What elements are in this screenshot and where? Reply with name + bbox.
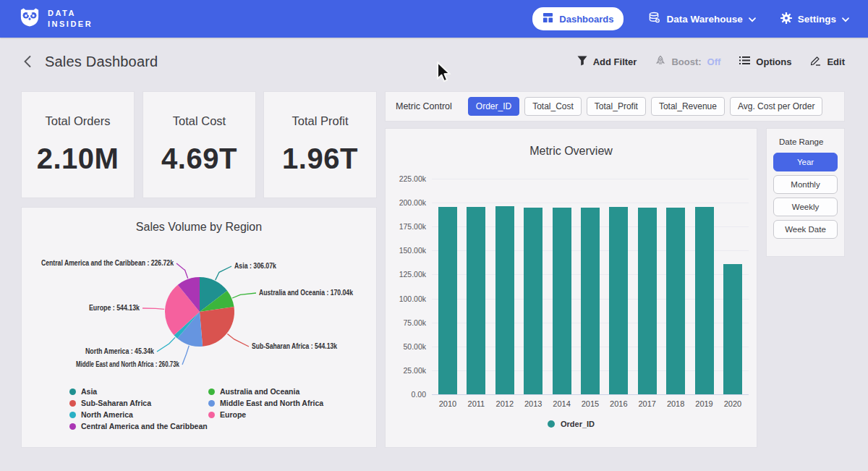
brand-logo[interactable]: DATA INSIDER bbox=[19, 7, 93, 30]
legend-label: North America bbox=[81, 410, 133, 419]
y-tick-label: 150.00k bbox=[388, 246, 426, 255]
bar[interactable] bbox=[553, 208, 571, 395]
nav-settings-label: Settings bbox=[798, 14, 836, 25]
pie-slice-label: Sub-Saharan Africa : 544.13k bbox=[252, 342, 337, 350]
legend-label: Order_ID bbox=[561, 420, 595, 428]
pie-chart-title: Sales Volume by Region bbox=[22, 208, 376, 234]
bar-chart-title: Metric Overview bbox=[386, 129, 757, 158]
date-range-monthly-button[interactable]: Monthly bbox=[773, 175, 838, 194]
bar-series bbox=[432, 179, 749, 394]
edit-pencil-icon bbox=[810, 55, 821, 68]
metric-chip-total-cost[interactable]: Total_Cost bbox=[524, 97, 582, 116]
date-range-week-date-button[interactable]: Week Date bbox=[773, 220, 838, 239]
legend-item[interactable]: Middle East and North Africa bbox=[208, 397, 323, 409]
pie-slice-label: Australia and Oceania : 170.04k bbox=[259, 289, 353, 297]
bar[interactable] bbox=[695, 207, 714, 394]
bar[interactable] bbox=[723, 264, 742, 394]
pie-slice-sub-saharan-africa[interactable] bbox=[200, 307, 234, 347]
data-warehouse-icon bbox=[648, 12, 660, 26]
legend-item[interactable]: Australia and Oceania bbox=[208, 386, 323, 397]
nav-data-warehouse[interactable]: Data Warehouse bbox=[648, 12, 755, 26]
kpi-total-profit: Total Profit 1.96T bbox=[264, 92, 376, 198]
legend-label: Middle East and North Africa bbox=[220, 399, 323, 407]
bar[interactable] bbox=[609, 207, 628, 395]
nav-dashboards-button[interactable]: Dashboards bbox=[532, 7, 624, 30]
top-navbar: DATA INSIDER Dashboards bbox=[0, 0, 868, 38]
boost-value: Off bbox=[707, 56, 721, 67]
pie-label-leader bbox=[216, 266, 231, 280]
bar[interactable] bbox=[524, 208, 542, 394]
date-range-year-button[interactable]: Year bbox=[773, 153, 838, 171]
kpi-total-cost: Total Cost 4.69T bbox=[143, 92, 255, 198]
legend-label: Sub-Saharan Africa bbox=[81, 399, 151, 407]
pie-slice-label: Asia : 306.07k bbox=[234, 262, 276, 270]
edit-button[interactable]: Edit bbox=[810, 55, 845, 68]
boost-label: Boost: bbox=[671, 56, 701, 67]
x-tick-label: 2020 bbox=[720, 399, 746, 408]
bar[interactable] bbox=[666, 208, 685, 394]
boost-toggle[interactable]: Boost: Off bbox=[655, 55, 720, 68]
legend-dot bbox=[69, 423, 76, 430]
x-tick-label: 2013 bbox=[520, 399, 546, 408]
y-tick-label: 200.00k bbox=[388, 198, 426, 207]
bar[interactable] bbox=[581, 208, 600, 394]
date-range-panel: Date Range Year Monthly Weekly Week Date bbox=[767, 129, 844, 256]
kpi-value: 4.69T bbox=[161, 143, 237, 175]
pie-label-leader bbox=[157, 337, 175, 352]
options-button[interactable]: Options bbox=[739, 56, 791, 67]
legend-item[interactable]: Asia bbox=[69, 386, 208, 397]
bar[interactable] bbox=[495, 206, 514, 394]
kpi-label: Total Profit bbox=[292, 114, 349, 128]
filter-icon bbox=[577, 56, 587, 68]
kpi-value: 2.10M bbox=[37, 143, 119, 175]
dashboard-toolbar: Sales Dashboard Add Filter Boost: Off bbox=[0, 38, 868, 85]
pie-chart-legend: Asia Sub-Saharan Africa North America Ce… bbox=[69, 386, 323, 432]
legend-label: Asia bbox=[81, 387, 97, 396]
add-filter-button[interactable]: Add Filter bbox=[577, 56, 637, 68]
x-tick-label: 2014 bbox=[549, 399, 575, 408]
date-range-label: Date Range bbox=[779, 137, 838, 146]
legend-item[interactable]: Europe bbox=[208, 409, 323, 420]
date-range-weekly-button[interactable]: Weekly bbox=[773, 198, 838, 216]
options-label: Options bbox=[756, 56, 791, 67]
metric-chip-total-revenue[interactable]: Total_Revenue bbox=[651, 97, 725, 116]
legend-dot bbox=[208, 389, 215, 395]
legend-label: Australia and Oceania bbox=[220, 387, 299, 396]
x-tick-label: 2016 bbox=[605, 399, 631, 408]
pie-label-leader bbox=[142, 308, 164, 309]
bar[interactable] bbox=[438, 207, 457, 394]
x-tick-label: 2010 bbox=[435, 399, 461, 408]
y-tick-label: 25.00k bbox=[388, 366, 426, 375]
settings-gear-icon bbox=[780, 12, 792, 26]
bar[interactable] bbox=[467, 207, 485, 394]
sales-dashboard-page: DATA INSIDER Dashboards bbox=[0, 0, 868, 471]
back-button[interactable] bbox=[23, 55, 32, 68]
page-title: Sales Dashboard bbox=[45, 54, 158, 70]
y-tick-label: 225.00k bbox=[388, 174, 426, 183]
pie-chart: Asia : 306.07kAustralia and Oceania : 17… bbox=[22, 245, 376, 380]
nav-dashboards-label: Dashboards bbox=[559, 14, 613, 25]
chevron-down-icon bbox=[749, 14, 756, 25]
metric-chip-total-profit[interactable]: Total_Profit bbox=[587, 97, 646, 116]
bar[interactable] bbox=[638, 208, 657, 394]
legend-item[interactable]: Central America and the Caribbean bbox=[69, 420, 208, 432]
edit-label: Edit bbox=[827, 56, 845, 67]
y-tick-label: 175.00k bbox=[388, 222, 426, 231]
dashboards-grid-icon bbox=[542, 12, 553, 25]
nav-settings[interactable]: Settings bbox=[780, 12, 849, 26]
x-tick-label: 2012 bbox=[492, 399, 518, 408]
legend-item[interactable]: Sub-Saharan Africa bbox=[69, 397, 208, 409]
pie-label-leader bbox=[176, 263, 188, 279]
brand-line2: INSIDER bbox=[48, 19, 93, 30]
metric-chip-avg-cost-per-order[interactable]: Avg. Cost per Order bbox=[730, 97, 823, 116]
metric-chip-order-id[interactable]: Order_ID bbox=[468, 97, 519, 116]
bar-chart-legend[interactable]: Order_ID bbox=[386, 420, 757, 428]
pie-label-leader bbox=[227, 334, 249, 347]
bar-chart-plot-area: 0.0025.00k50.00k75.00k100.00k125.00k150.… bbox=[432, 179, 749, 394]
x-tick-label: 2011 bbox=[463, 399, 489, 408]
legend-dot bbox=[208, 412, 215, 418]
legend-item[interactable]: North America bbox=[69, 409, 208, 420]
legend-dot bbox=[548, 420, 555, 428]
legend-dot bbox=[69, 400, 76, 407]
chevron-down-icon bbox=[842, 14, 849, 25]
